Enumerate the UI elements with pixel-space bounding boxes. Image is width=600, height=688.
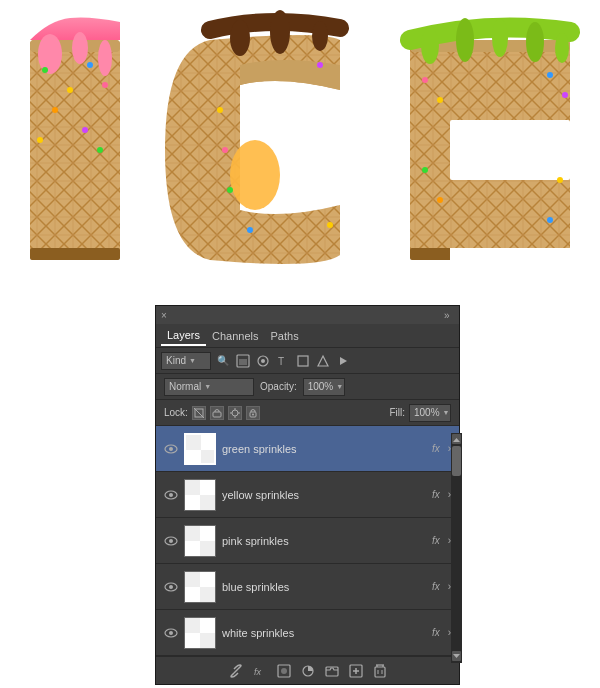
- svg-point-35: [526, 22, 544, 62]
- svg-marker-53: [318, 356, 328, 366]
- svg-rect-83: [185, 572, 200, 587]
- fill-value: 100%: [414, 407, 440, 418]
- svg-point-25: [227, 187, 233, 193]
- tab-channels[interactable]: Channels: [206, 327, 264, 345]
- opacity-input[interactable]: 100% ▼: [303, 378, 345, 396]
- add-mask-icon[interactable]: [276, 663, 292, 679]
- panel-titlebar: × »: [156, 306, 459, 324]
- scroll-thumb[interactable]: [452, 446, 461, 476]
- lock-all-icon[interactable]: [246, 406, 260, 420]
- image-filter-icon[interactable]: [235, 353, 251, 369]
- opacity-chevron-icon: ▼: [336, 383, 343, 390]
- svg-rect-52: [298, 356, 308, 366]
- layer-item-green-sprinkles[interactable]: green sprinkles fx ›: [156, 426, 459, 472]
- svg-marker-54: [340, 357, 347, 365]
- add-fx-icon[interactable]: fx: [252, 663, 268, 679]
- lock-row: Lock: Fill: 100% ▼: [156, 400, 459, 426]
- svg-point-42: [557, 177, 563, 183]
- layer-thumbnail-white: [184, 617, 216, 649]
- svg-rect-89: [200, 633, 215, 648]
- layer-thumbnail-yellow: [184, 479, 216, 511]
- svg-point-38: [437, 97, 443, 103]
- svg-point-20: [270, 10, 290, 54]
- svg-point-64: [252, 413, 254, 415]
- layer-name-green: green sprinkles: [222, 443, 426, 455]
- visibility-icon-blue[interactable]: [164, 580, 178, 594]
- svg-point-41: [422, 167, 428, 173]
- svg-point-14: [102, 82, 108, 88]
- svg-rect-79: [200, 541, 215, 556]
- svg-point-40: [562, 92, 568, 98]
- layer-item-blue-sprinkles[interactable]: blue sprinkles fx ›: [156, 564, 459, 610]
- svg-rect-68: [186, 435, 201, 450]
- svg-point-17: [37, 137, 43, 143]
- layer-fx-white[interactable]: fx: [432, 627, 440, 638]
- svg-point-39: [547, 72, 553, 78]
- adjustment-filter-icon[interactable]: [255, 353, 271, 369]
- visibility-icon-pink[interactable]: [164, 534, 178, 548]
- scroll-up-button[interactable]: [452, 434, 461, 444]
- svg-point-43: [437, 197, 443, 203]
- svg-point-27: [317, 62, 323, 68]
- opacity-label: Opacity:: [260, 381, 297, 392]
- visibility-icon-green[interactable]: [164, 442, 178, 456]
- svg-point-86: [169, 631, 173, 635]
- svg-marker-106: [453, 654, 460, 658]
- tab-layers[interactable]: Layers: [161, 326, 206, 346]
- fill-input[interactable]: 100% ▼: [409, 404, 451, 422]
- canvas-area: [0, 0, 600, 290]
- svg-point-36: [555, 33, 569, 63]
- layers-panel: × » Layers Channels Paths Kind ▼ 🔍 T: [155, 305, 460, 685]
- kind-dropdown[interactable]: Kind ▼: [161, 352, 211, 370]
- svg-point-19: [230, 20, 250, 56]
- layer-item-pink-sprinkles[interactable]: pink sprinkles fx ›: [156, 518, 459, 564]
- layer-thumbnail-pink: [184, 525, 216, 557]
- visibility-icon-white[interactable]: [164, 626, 178, 640]
- layer-item-white-sprinkles[interactable]: white sprinkles fx ›: [156, 610, 459, 656]
- svg-point-13: [67, 87, 73, 93]
- lock-position-icon[interactable]: [228, 406, 242, 420]
- layer-fx-yellow[interactable]: fx: [432, 489, 440, 500]
- lock-image-icon[interactable]: [210, 406, 224, 420]
- layer-fx-green[interactable]: fx: [432, 443, 440, 454]
- lock-transparent-icon[interactable]: [192, 406, 206, 420]
- tab-paths[interactable]: Paths: [265, 327, 305, 345]
- layers-scrollbar[interactable]: [451, 433, 462, 663]
- layer-name-yellow: yellow sprinkles: [222, 489, 426, 501]
- svg-line-90: [234, 669, 238, 673]
- layers-list: green sprinkles fx › yellow sprinkles fx…: [156, 426, 459, 656]
- delete-layer-icon[interactable]: [372, 663, 388, 679]
- fill-label: Fill:: [389, 407, 405, 418]
- video-filter-icon[interactable]: [335, 353, 351, 369]
- layer-fx-blue[interactable]: fx: [432, 581, 440, 592]
- layer-thumbnail-green: [184, 433, 216, 465]
- svg-point-71: [169, 493, 173, 497]
- layer-item-yellow-sprinkles[interactable]: yellow sprinkles fx ›: [156, 472, 459, 518]
- blend-mode-chevron-icon: ▼: [204, 383, 211, 390]
- svg-rect-74: [200, 495, 215, 510]
- search-filter-icon[interactable]: 🔍: [215, 353, 231, 369]
- expand-icon[interactable]: »: [444, 310, 454, 320]
- svg-rect-84: [200, 587, 215, 602]
- layer-name-white: white sprinkles: [222, 627, 426, 639]
- link-layers-icon[interactable]: [228, 663, 244, 679]
- new-group-icon[interactable]: [324, 663, 340, 679]
- svg-point-81: [169, 585, 173, 589]
- ice-artwork: [10, 10, 590, 280]
- lock-label: Lock:: [164, 407, 188, 418]
- new-layer-icon[interactable]: [348, 663, 364, 679]
- new-fill-adjustment-icon[interactable]: [300, 663, 316, 679]
- blend-mode-dropdown[interactable]: Normal ▼: [164, 378, 254, 396]
- shape-filter-icon[interactable]: [295, 353, 311, 369]
- panel-bottom-bar: fx: [156, 656, 459, 684]
- layer-fx-pink[interactable]: fx: [432, 535, 440, 546]
- smart-filter-icon[interactable]: [315, 353, 331, 369]
- svg-point-93: [281, 668, 287, 674]
- svg-point-66: [169, 447, 173, 451]
- type-filter-icon[interactable]: T: [275, 353, 291, 369]
- svg-point-16: [82, 127, 88, 133]
- close-icon[interactable]: ×: [161, 310, 171, 320]
- scroll-down-button[interactable]: [452, 651, 461, 661]
- visibility-icon-yellow[interactable]: [164, 488, 178, 502]
- svg-rect-46: [450, 248, 570, 260]
